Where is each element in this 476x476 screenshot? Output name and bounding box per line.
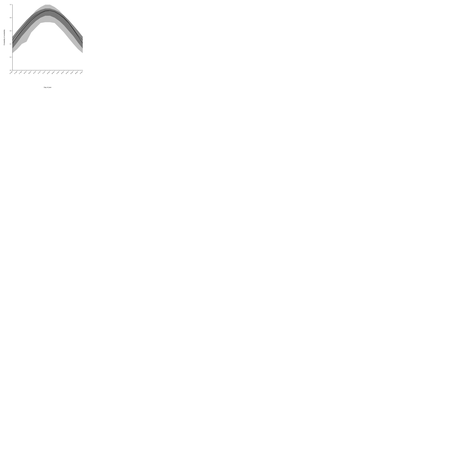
x-tick-7: 27 Oct xyxy=(42,71,45,74)
x-axis-title: Day of year xyxy=(44,86,51,88)
x-tick-1: 21 Sep xyxy=(14,71,17,74)
x-tick-11: 20 Nov xyxy=(61,71,64,74)
x-axis-ticks: 15 Sep 21 Sep 27 Sep 03 Oct 09 Oct 15 Oc… xyxy=(9,70,83,74)
x-tick-15: 14 Dec xyxy=(79,71,83,74)
x-tick-12: 26 Nov xyxy=(65,71,69,74)
y-tick-04: 0.4 xyxy=(10,43,11,45)
x-tick-8: 02 Nov xyxy=(47,71,50,74)
x-tick-9: 08 Nov xyxy=(51,71,55,74)
x-tick-14: 08 Dec xyxy=(75,71,78,74)
y-tick-0: 0.0 xyxy=(10,70,11,71)
y-axis-title: Probability of availability xyxy=(3,30,5,45)
y-tick-08: 0.8 xyxy=(10,17,11,18)
x-tick-5: 15 Oct xyxy=(33,71,36,74)
x-tick-6: 21 Oct xyxy=(37,71,41,74)
chart-container: 0.0 0.2 0.4 0.6 0.8 1.0 15 Sep 2 xyxy=(2,2,88,88)
x-tick-2: 27 Sep xyxy=(18,71,22,74)
y-tick-02: 0.2 xyxy=(10,57,11,58)
y-axis-ticks: 0.0 0.2 0.4 0.6 0.8 1.0 xyxy=(10,4,13,71)
x-tick-3: 03 Oct xyxy=(23,71,27,74)
y-tick-06: 0.6 xyxy=(10,30,11,32)
x-tick-13: 02 Dec xyxy=(70,71,74,74)
x-tick-10: 14 Nov xyxy=(56,71,60,74)
x-tick-0: 15 Sep xyxy=(9,71,13,74)
y-tick-10: 1.0 xyxy=(10,4,11,5)
x-tick-4: 09 Oct xyxy=(28,71,31,74)
